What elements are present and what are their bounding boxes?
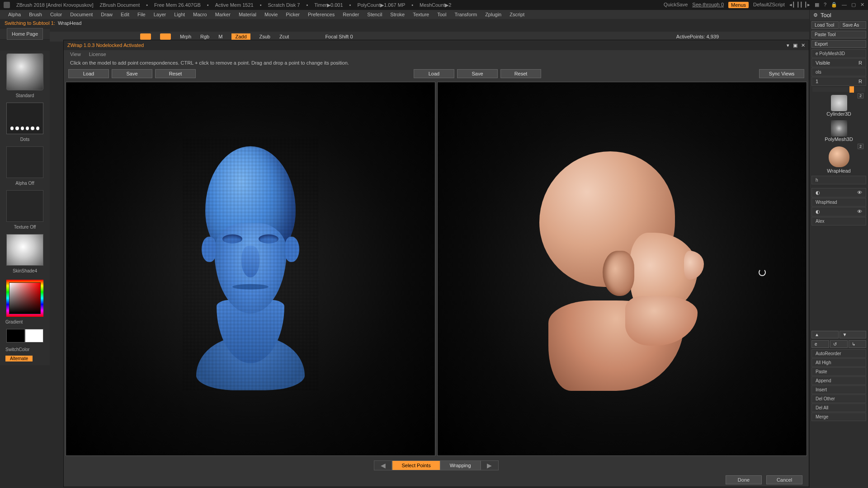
- menu-texture[interactable]: Texture: [413, 12, 429, 17]
- menu-zplugin[interactable]: Zplugin: [485, 12, 501, 17]
- menu-picker[interactable]: Picker: [286, 12, 300, 17]
- help-icon[interactable]: ?: [824, 2, 826, 8]
- row-h[interactable]: h: [811, 176, 866, 184]
- color-picker[interactable]: [6, 280, 43, 317]
- left-reset-button[interactable]: Reset: [155, 69, 196, 78]
- right-reset-button[interactable]: Reset: [500, 69, 541, 78]
- menu-macro[interactable]: Macro: [193, 12, 207, 17]
- target-mesh[interactable]: [508, 142, 707, 395]
- arrows-icon[interactable]: ◂┃ ┃┃ ┃▸: [789, 2, 810, 8]
- stroke-thumb[interactable]: [6, 103, 43, 134]
- minimize-icon[interactable]: —: [842, 2, 847, 8]
- done-button[interactable]: Done: [726, 475, 762, 484]
- subtool-slot-2[interactable]: ◐👁: [811, 207, 866, 216]
- subtool-wraphead[interactable]: WrapHead: [811, 198, 866, 206]
- homepage-button[interactable]: Home Page: [7, 28, 43, 40]
- right-load-button[interactable]: Load: [414, 69, 454, 78]
- menu-movie[interactable]: Movie: [264, 12, 278, 17]
- color-swatches[interactable]: [6, 329, 43, 343]
- step-prev-icon[interactable]: ◀: [374, 460, 392, 470]
- subtool-slot[interactable]: ◐👁: [811, 188, 866, 197]
- brush-thumb[interactable]: [6, 53, 43, 90]
- alpha-thumb[interactable]: [6, 146, 43, 178]
- sync-views-button[interactable]: Sync Views: [759, 69, 804, 78]
- merge-button[interactable]: Merge: [811, 413, 866, 421]
- export-button[interactable]: Export: [811, 40, 866, 48]
- menu-transform[interactable]: Transform: [454, 12, 477, 17]
- opt-m[interactable]: M: [218, 34, 222, 39]
- down-icon[interactable]: ▼: [840, 331, 867, 338]
- quicksave-button[interactable]: QuickSave: [664, 2, 688, 8]
- swap-icon[interactable]: ↺: [830, 340, 848, 348]
- delall-button[interactable]: Del All: [811, 404, 866, 412]
- opt-zsub[interactable]: Zsub: [259, 34, 270, 39]
- swatch-secondary[interactable]: [6, 329, 25, 343]
- alternate-button[interactable]: Alternate: [5, 356, 33, 361]
- delother-button[interactable]: Del Other: [811, 394, 866, 403]
- zwrap-menu-license[interactable]: License: [89, 52, 106, 57]
- append-button[interactable]: Append: [811, 376, 866, 385]
- autoreorder-button[interactable]: AutoReorder: [811, 349, 866, 358]
- maximize-icon[interactable]: ▢: [851, 2, 856, 8]
- make-polymesh-button[interactable]: e PolyMesh3D: [811, 49, 866, 58]
- step-wrapping[interactable]: Wrapping: [440, 460, 481, 470]
- eye-icon-2[interactable]: 👁: [857, 209, 862, 215]
- step-select-points[interactable]: Select Points: [392, 460, 440, 470]
- opt-rgb[interactable]: Rgb: [200, 34, 209, 39]
- close-plugin-icon[interactable]: ✕: [801, 42, 805, 48]
- slider-row-1[interactable]: 1R: [811, 77, 866, 86]
- step-next-icon[interactable]: ▶: [481, 460, 499, 470]
- popout-icon[interactable]: ▣: [793, 42, 797, 48]
- menu-draw[interactable]: Draw: [101, 12, 113, 17]
- layers-icon[interactable]: ▦: [815, 2, 819, 8]
- menu-stencil[interactable]: Stencil: [367, 12, 382, 17]
- menu-stroke[interactable]: Stroke: [390, 12, 405, 17]
- opt-orange-1[interactable]: [140, 33, 151, 40]
- menu-color[interactable]: Color: [50, 12, 62, 17]
- menus-toggle[interactable]: Menus: [728, 2, 749, 8]
- seethrough-slider[interactable]: See-through 0: [692, 2, 724, 8]
- menu-render[interactable]: Render: [343, 12, 359, 17]
- zwrap-menu-view[interactable]: View: [70, 52, 81, 57]
- menu-marker[interactable]: Marker: [215, 12, 231, 17]
- menu-edit[interactable]: Edit: [121, 12, 129, 17]
- lock-icon[interactable]: 🔒: [831, 2, 837, 8]
- e-btn[interactable]: e: [811, 340, 829, 348]
- subtool-alex[interactable]: Alex: [811, 217, 866, 225]
- opt-zcut[interactable]: Zcut: [279, 34, 289, 39]
- right-save-button[interactable]: Save: [457, 69, 498, 78]
- left-load-button[interactable]: Load: [68, 69, 109, 78]
- tool-panel-header[interactable]: ⚙ Tool: [810, 10, 868, 20]
- visible-toggle[interactable]: VisibleR: [811, 58, 866, 67]
- swatch-primary[interactable]: [25, 329, 43, 343]
- tool-polymesh3d[interactable]: PolyMesh3D: [810, 118, 868, 144]
- opt-zadd[interactable]: Zadd: [231, 33, 250, 40]
- zscript-label[interactable]: DefaultZScript: [753, 2, 785, 8]
- insert-button[interactable]: Insert: [811, 385, 866, 394]
- menu-tool[interactable]: Tool: [437, 12, 446, 17]
- eye-icon[interactable]: 👁: [857, 190, 862, 196]
- menu-layer[interactable]: Layer: [154, 12, 166, 17]
- save-as-button[interactable]: Save As: [840, 21, 867, 29]
- menu-document[interactable]: Document: [70, 12, 93, 17]
- opt-mrph[interactable]: Mrph: [180, 34, 191, 39]
- allhigh-button[interactable]: All High: [811, 358, 866, 367]
- load-tool-button[interactable]: Load Tool: [811, 21, 839, 29]
- collapse-icon[interactable]: ▾: [787, 42, 789, 48]
- menu-alpha[interactable]: Alpha: [8, 12, 21, 17]
- slider-1[interactable]: [812, 87, 865, 92]
- arrow-icon[interactable]: ↳: [849, 340, 866, 348]
- menu-brush[interactable]: Brush: [29, 12, 42, 17]
- switchcolor-button[interactable]: SwitchColor: [3, 346, 47, 353]
- menu-preferences[interactable]: Preferences: [308, 12, 335, 17]
- menu-file[interactable]: File: [137, 12, 146, 17]
- left-save-button[interactable]: Save: [112, 69, 152, 78]
- cancel-button[interactable]: Cancel: [766, 475, 802, 484]
- menu-material[interactable]: Material: [239, 12, 256, 17]
- menu-zscript[interactable]: Zscript: [509, 12, 524, 17]
- gradient-toggle[interactable]: Gradient: [3, 319, 47, 325]
- opt-orange-2[interactable]: [160, 33, 171, 40]
- gear-icon[interactable]: ⚙: [813, 12, 818, 18]
- up-icon[interactable]: ▲: [811, 331, 839, 338]
- menu-light[interactable]: Light: [174, 12, 185, 17]
